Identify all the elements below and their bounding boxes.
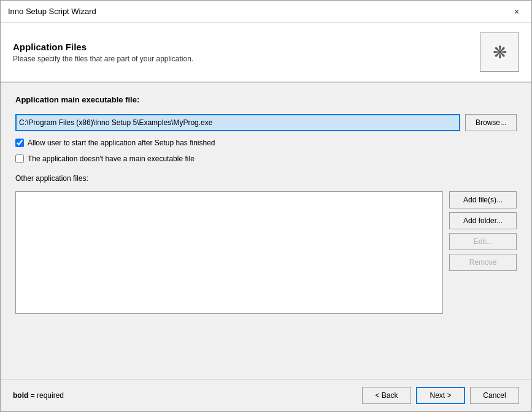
no-exe-checkbox[interactable] (15, 154, 24, 163)
browse-button[interactable]: Browse... (465, 114, 517, 131)
exe-section-label: Application main executable file: (15, 95, 517, 104)
file-action-buttons: Add file(s)... Add folder... Edit... Rem… (449, 191, 517, 367)
exe-row: Browse... (15, 114, 517, 131)
other-files-listbox[interactable] (15, 191, 443, 314)
wizard-icon-symbol: ❋ (493, 42, 507, 63)
page-heading: Application Files (13, 42, 193, 52)
dialog-title: Inno Setup Script Wizard (8, 7, 96, 16)
checkbox2-row: The application doesn't have a main exec… (15, 154, 517, 163)
main-content: Application main executable file: Browse… (1, 83, 531, 379)
footer: bold = required < Back Next > Cancel (1, 379, 531, 411)
back-button[interactable]: < Back (362, 387, 411, 404)
exe-input[interactable] (15, 114, 460, 131)
other-files-area: Add file(s)... Add folder... Edit... Rem… (15, 191, 517, 367)
other-files-label: Other application files: (15, 174, 517, 183)
allow-start-checkbox[interactable] (15, 139, 24, 147)
close-button[interactable]: × (509, 4, 524, 19)
checkbox2-label: The application doesn't have a main exec… (28, 154, 195, 163)
cancel-button[interactable]: Cancel (470, 387, 519, 404)
remove-button[interactable]: Remove (449, 254, 517, 271)
page-subtitle: Please specify the files that are part o… (13, 55, 193, 63)
title-bar: Inno Setup Script Wizard × (1, 1, 531, 23)
footer-buttons: < Back Next > Cancel (362, 387, 519, 404)
wizard-icon: ❋ (480, 32, 519, 72)
checkbox1-row: Allow user to start the application afte… (15, 139, 517, 147)
legend-text: bold = required (13, 391, 64, 400)
dialog-window: Inno Setup Script Wizard × Application F… (0, 0, 532, 412)
add-folder-button[interactable]: Add folder... (449, 212, 517, 229)
add-files-button[interactable]: Add file(s)... (449, 191, 517, 208)
next-button[interactable]: Next > (416, 387, 465, 404)
checkbox1-label: Allow user to start the application afte… (28, 139, 215, 147)
header-section: Application Files Please specify the fil… (1, 23, 531, 83)
header-text: Application Files Please specify the fil… (13, 42, 193, 63)
edit-button[interactable]: Edit... (449, 233, 517, 250)
